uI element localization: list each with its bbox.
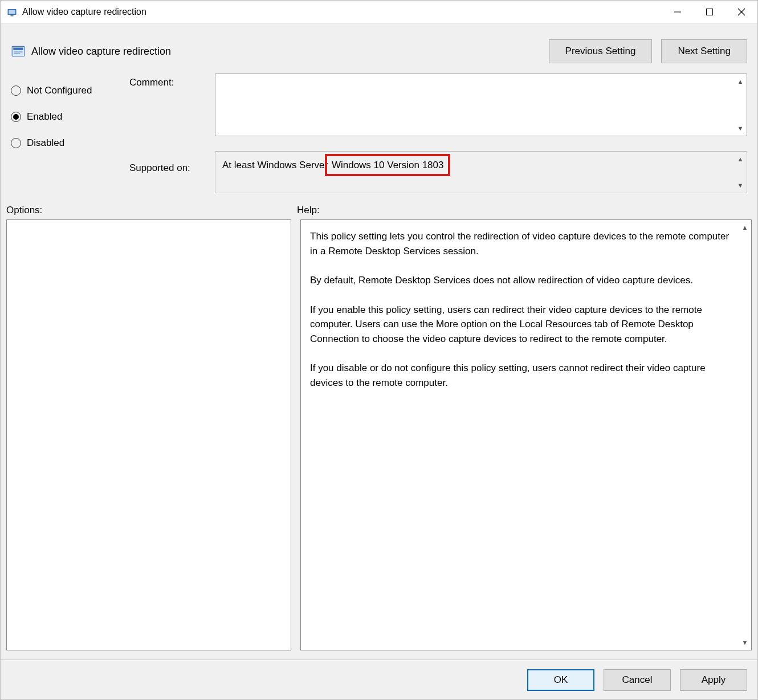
apply-button[interactable]: Apply [680,669,747,691]
help-paragraph: By default, Remote Desktop Services does… [310,273,734,288]
app-icon [6,6,18,18]
supported-on-highlight: Windows 10 Version 1803 [331,160,445,170]
radio-label: Disabled [27,137,64,149]
help-paragraph: If you disable or do not configure this … [310,361,734,390]
svg-rect-1 [9,10,15,14]
policy-title: Allow video capture redirection [31,46,171,58]
ok-button[interactable]: OK [527,669,594,691]
comment-textarea[interactable]: ▲ ▼ [215,74,747,136]
policy-icon [11,44,26,59]
next-setting-button[interactable]: Next Setting [661,39,747,63]
section-labels: Options: Help: [1,198,757,219]
options-pane [6,219,291,650]
config-values: ▲ ▼ At least Windows Server Windows 10 V… [215,74,747,193]
titlebar: Allow video capture redirection [1,1,757,23]
comment-label: Comment: [129,77,215,88]
scroll-up-icon[interactable]: ▲ [735,154,745,164]
window-title: Allow video capture redirection [22,7,146,17]
supported-on-field: At least Windows Server Windows 10 Versi… [215,151,747,193]
previous-setting-button[interactable]: Previous Setting [549,39,653,63]
minimize-button[interactable] [662,1,694,23]
radio-icon [11,86,21,96]
maximize-button[interactable] [694,1,726,23]
help-paragraph: If you enable this policy setting, users… [310,303,734,347]
radio-enabled[interactable]: Enabled [11,105,129,128]
help-pane: This policy setting lets you control the… [300,219,752,650]
scroll-up-icon[interactable]: ▲ [735,76,745,87]
svg-rect-8 [13,48,23,50]
radio-icon [11,138,21,148]
svg-rect-2 [11,15,14,16]
config-labels: Comment: Supported on: [129,74,215,193]
scroll-down-icon[interactable]: ▼ [740,637,750,648]
svg-rect-4 [707,9,713,15]
radio-disabled[interactable]: Disabled [11,132,129,154]
state-radios: Not Configured Enabled Disabled [11,74,129,193]
radio-label: Enabled [27,111,62,123]
dialog-footer: OK Cancel Apply [1,660,757,699]
scroll-down-icon[interactable]: ▼ [735,180,745,190]
close-button[interactable] [726,1,757,23]
radio-icon [11,112,21,122]
supported-label: Supported on: [129,162,215,174]
supported-on-text: At least Windows Server Windows 10 Versi… [222,160,445,171]
help-label: Help: [297,205,320,216]
radio-not-configured[interactable]: Not Configured [11,79,129,102]
options-label: Options: [6,205,297,216]
radio-label: Not Configured [27,85,92,96]
cancel-button[interactable]: Cancel [604,669,671,691]
dialog-window: Allow video capture redirection Allow vi… [0,0,758,700]
header-row: Allow video capture redirection Previous… [1,23,757,74]
supported-on-prefix: At least Windows Server [222,160,331,170]
scroll-down-icon[interactable]: ▼ [735,123,745,133]
config-area: Not Configured Enabled Disabled Comment:… [1,74,757,198]
scroll-up-icon[interactable]: ▲ [740,222,750,233]
help-paragraph: This policy setting lets you control the… [310,229,734,258]
panes: This policy setting lets you control the… [1,219,757,660]
